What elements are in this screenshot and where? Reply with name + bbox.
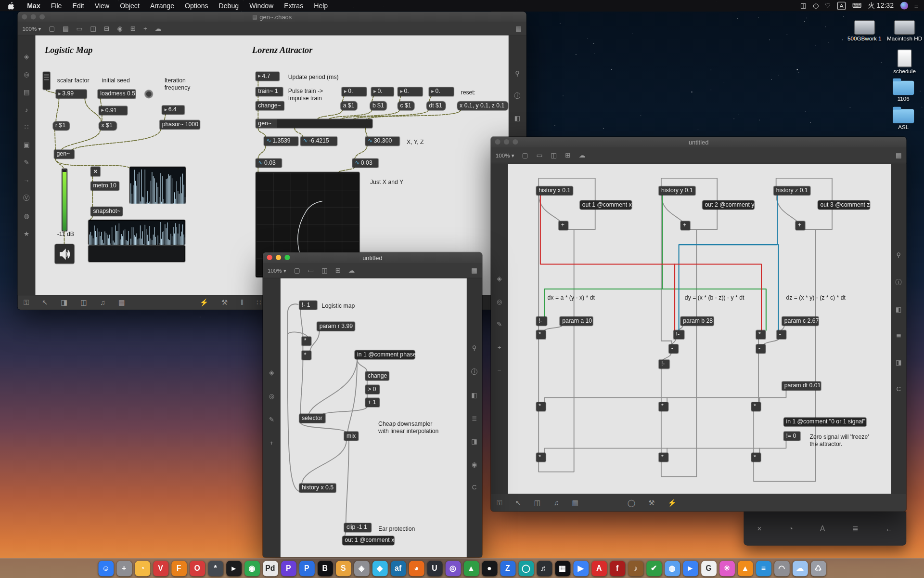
param-b-object[interactable]: param b 28: [680, 317, 714, 326]
multiply-object[interactable]: *: [659, 402, 668, 411]
tool-icon[interactable]: ◈: [269, 368, 274, 376]
dock-item-18[interactable]: U: [427, 561, 442, 576]
dock-item-10[interactable]: P: [281, 561, 296, 576]
tool-icon[interactable]: ⚲: [472, 344, 477, 352]
dock-item-32[interactable]: ►: [683, 561, 698, 576]
multiply-object[interactable]: *: [536, 402, 546, 411]
tool-icon[interactable]: ✎: [269, 416, 274, 423]
gen-object[interactable]: gen~: [54, 150, 75, 158]
dock-item-14[interactable]: ◈: [354, 561, 369, 576]
multiply-object[interactable]: *: [302, 337, 311, 345]
tool-icon[interactable]: ◍: [24, 212, 29, 220]
patcher-toolbar[interactable]: 100% ▾ ▢▭◫⊞☁ ▦: [491, 147, 906, 163]
tool-icon[interactable]: ⚿: [24, 299, 29, 307]
b-number[interactable]: ▶0.: [371, 87, 394, 96]
menu-arrange[interactable]: Arrange: [145, 2, 180, 9]
clip-object[interactable]: clip -1 1: [344, 523, 371, 532]
tool-icon[interactable]: ◫: [534, 499, 541, 507]
speaker-button[interactable]: [55, 244, 74, 263]
tool-icon[interactable]: ♪: [25, 106, 28, 113]
grid-icon[interactable]: ▦: [471, 266, 477, 274]
window-controls[interactable]: [495, 139, 518, 144]
tool-icon[interactable]: ◫: [90, 25, 96, 32]
dock-item-23[interactable]: ◯: [518, 561, 534, 576]
zoom-control[interactable]: 100% ▾: [268, 267, 286, 274]
status-icon[interactable]: A: [837, 1, 846, 10]
zoom-control[interactable]: 100% ▾: [496, 152, 514, 158]
tool-icon[interactable]: +: [270, 439, 274, 447]
minus-object[interactable]: -: [669, 344, 679, 353]
tool-icon[interactable]: ‖: [241, 299, 244, 307]
menu-edit[interactable]: Edit: [67, 2, 89, 9]
tool-icon[interactable]: ⚿: [497, 499, 502, 507]
out-1-object[interactable]: out 1 @comment x: [580, 200, 632, 209]
seed-number[interactable]: ▶0.91: [99, 106, 128, 115]
loadmess-object[interactable]: loadmess 0.5: [98, 90, 135, 98]
tool-icon[interactable]: ⊟: [104, 25, 109, 32]
window-untitled-small[interactable]: untitled 100% ▾ ▢▭◫⊞☁ ▦ ◈◎✎+− ⚲ⓘ◧≣◨◉C: [263, 252, 482, 557]
list-icon[interactable]: ≣: [852, 524, 858, 533]
snapshot-object[interactable]: snapshot~: [91, 207, 123, 216]
dock-item-31[interactable]: ◍: [665, 561, 680, 576]
clock-icon[interactable]: ◔: [788, 524, 793, 533]
scalar-factor-number[interactable]: ▶3.99: [56, 90, 87, 98]
dock-item-35[interactable]: ▲: [737, 561, 753, 576]
greater-object[interactable]: > 0: [365, 385, 379, 394]
multiply-object[interactable]: *: [536, 330, 546, 339]
tool-icon[interactable]: ∷: [257, 299, 261, 307]
dock-item-1[interactable]: +: [116, 561, 132, 576]
multiply-object[interactable]: *: [659, 453, 668, 461]
gen-lorenz-object[interactable]: gen~: [256, 119, 372, 128]
titlebar[interactable]: untitled: [263, 252, 482, 263]
tool-icon[interactable]: ◉: [472, 460, 477, 468]
notification-center-icon[interactable]: ≡: [914, 2, 918, 9]
dock-item-15[interactable]: ◆: [372, 561, 387, 576]
zoom-control[interactable]: 100% ▾: [23, 25, 41, 31]
x-scale-signal[interactable]: ∿0.03: [256, 158, 282, 167]
window-controls[interactable]: [267, 255, 290, 260]
dock-item-25[interactable]: ▦: [555, 561, 570, 576]
bang-button[interactable]: [145, 90, 153, 98]
dock-item-12[interactable]: B: [317, 561, 333, 576]
a-message[interactable]: a $1: [341, 102, 357, 110]
tool-icon[interactable]: ✎: [24, 158, 29, 166]
dock-item-3[interactable]: V: [153, 561, 168, 576]
change-object[interactable]: change~: [256, 102, 284, 110]
tool-icon[interactable]: ▢: [294, 266, 300, 274]
waveform-display[interactable]: [89, 220, 185, 245]
multiply-object[interactable]: *: [756, 330, 766, 339]
desktop-icon-500gbwork-1[interactable]: 500GBwork 1: [846, 20, 883, 42]
selector-object[interactable]: selector: [299, 414, 325, 423]
x-message[interactable]: x $1: [99, 121, 117, 130]
history-y-object[interactable]: history y 0.1: [659, 186, 695, 195]
large-bottom-toolbar[interactable]: ⚿↖◫♫▦ ◯⚒⚡: [491, 494, 906, 512]
tool-icon[interactable]: ⚡: [200, 299, 208, 307]
tool-icon[interactable]: ▭: [77, 25, 83, 32]
menu-window[interactable]: Window: [244, 2, 279, 9]
menu-debug[interactable]: Debug: [214, 2, 244, 9]
tool-icon[interactable]: +: [143, 25, 147, 32]
out-2-object[interactable]: out 2 @comment y: [703, 200, 755, 209]
tool-icon[interactable]: ◨: [61, 299, 67, 307]
history-x-object[interactable]: history x 0.1: [536, 186, 573, 195]
menu-file[interactable]: File: [46, 2, 67, 9]
out-1-object[interactable]: out 1 @comment x: [342, 536, 394, 545]
plus-object[interactable]: +: [680, 221, 690, 230]
r-message[interactable]: r $1: [53, 121, 69, 130]
grid-icon[interactable]: ▦: [515, 25, 522, 32]
tool-icon[interactable]: ♫: [553, 499, 559, 507]
train-object[interactable]: train~ 1: [256, 87, 282, 96]
desktop-icon-asl[interactable]: ASL: [885, 106, 922, 130]
menu-max[interactable]: Max: [22, 2, 45, 9]
param-dt-object[interactable]: param dt 0.01: [782, 381, 821, 390]
back-icon[interactable]: ←: [885, 524, 893, 533]
minus-object[interactable]: -: [756, 344, 766, 353]
rsub-object[interactable]: !-: [674, 330, 684, 339]
c-number[interactable]: ▶0.: [398, 87, 423, 96]
update-period-number[interactable]: ▶4.7: [256, 72, 279, 80]
in-1-object[interactable]: in 1 @comment "0 or 1 signal": [784, 418, 866, 426]
status-icon[interactable]: ⌨: [852, 2, 861, 10]
tool-icon[interactable]: ▭: [536, 151, 542, 159]
change-object[interactable]: change: [365, 371, 389, 380]
tool-icon[interactable]: ⓘ: [471, 368, 477, 376]
